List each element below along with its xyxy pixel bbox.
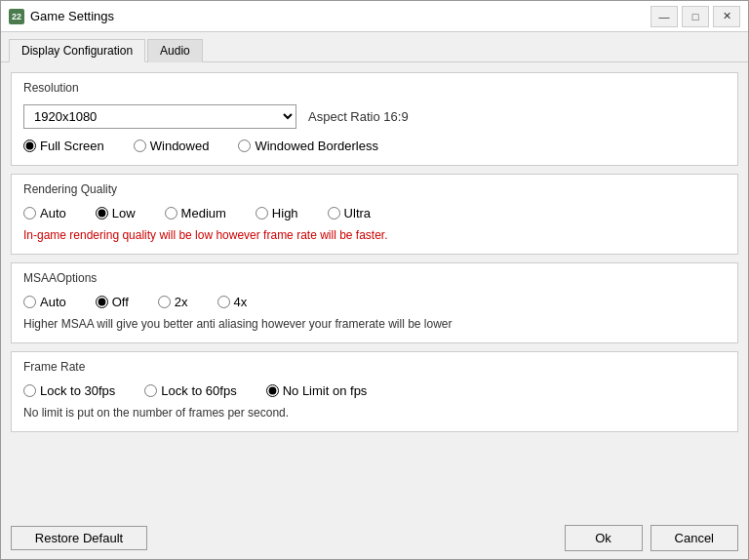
rq-low-radio[interactable] bbox=[96, 207, 108, 220]
resolution-section: Resolution 1920x1080 1280x720 1600x900 2… bbox=[11, 72, 738, 166]
content-area: Resolution 1920x1080 1280x720 1600x900 2… bbox=[1, 62, 748, 517]
bottom-bar: Restore Default Ok Cancel bbox=[1, 517, 748, 559]
frame-rate-row: Lock to 30fps Lock to 60fps No Limit on … bbox=[23, 383, 726, 398]
rq-medium-label: Medium bbox=[181, 206, 226, 220]
cancel-button[interactable]: Cancel bbox=[650, 525, 738, 551]
frame-rate-title: Frame Rate bbox=[23, 360, 726, 374]
rq-high-radio[interactable] bbox=[256, 207, 268, 220]
rendering-quality-section: Rendering Quality Auto Low Medium High bbox=[11, 174, 738, 255]
fr-nolimit-label: No Limit on fps bbox=[283, 383, 368, 398]
msaa-4x-option[interactable]: 4x bbox=[217, 295, 248, 309]
frame-rate-section: Frame Rate Lock to 30fps Lock to 60fps N… bbox=[11, 351, 738, 432]
windowed-radio[interactable] bbox=[134, 140, 146, 152]
aspect-ratio-label: Aspect Ratio 16:9 bbox=[308, 109, 409, 124]
tab-display[interactable]: Display Configuration bbox=[9, 39, 145, 62]
windowed-borderless-label: Windowed Borderless bbox=[255, 139, 377, 153]
fr-lock30-label: Lock to 30fps bbox=[40, 383, 115, 398]
rq-high-option[interactable]: High bbox=[256, 206, 298, 220]
msaa-off-option[interactable]: Off bbox=[96, 295, 129, 309]
rq-medium-radio[interactable] bbox=[165, 207, 177, 220]
msaa-auto-label: Auto bbox=[40, 295, 66, 309]
window-controls: — □ ✕ bbox=[650, 6, 740, 27]
display-mode-row: Full Screen Windowed Windowed Borderless bbox=[23, 139, 726, 153]
fullscreen-radio[interactable] bbox=[23, 140, 36, 152]
tab-audio[interactable]: Audio bbox=[147, 39, 203, 62]
windowed-borderless-option[interactable]: Windowed Borderless bbox=[238, 139, 377, 153]
msaa-4x-label: 4x bbox=[234, 295, 248, 309]
resolution-title: Resolution bbox=[23, 81, 726, 95]
windowed-borderless-radio[interactable] bbox=[238, 140, 251, 152]
restore-default-button[interactable]: Restore Default bbox=[11, 526, 147, 550]
rendering-quality-title: Rendering Quality bbox=[23, 182, 726, 196]
resolution-select[interactable]: 1920x1080 1280x720 1600x900 2560x1440 bbox=[23, 104, 296, 129]
fr-nolimit-radio[interactable] bbox=[266, 384, 279, 397]
close-button[interactable]: ✕ bbox=[713, 6, 740, 27]
msaa-auto-option[interactable]: Auto bbox=[23, 295, 66, 309]
msaa-section: MSAAOptions Auto Off 2x 4x bbox=[11, 262, 738, 343]
fr-lock30-option[interactable]: Lock to 30fps bbox=[23, 383, 115, 398]
msaa-row: Auto Off 2x 4x bbox=[23, 295, 726, 309]
rq-low-option[interactable]: Low bbox=[96, 206, 136, 220]
rq-auto-option[interactable]: Auto bbox=[23, 206, 66, 220]
msaa-hint: Higher MSAA will give you better anti al… bbox=[23, 317, 726, 331]
rq-auto-radio[interactable] bbox=[23, 207, 36, 220]
msaa-2x-radio[interactable] bbox=[158, 296, 171, 308]
msaa-2x-option[interactable]: 2x bbox=[158, 295, 188, 309]
tabs-bar: Display Configuration Audio bbox=[1, 32, 748, 62]
rq-high-label: High bbox=[272, 206, 298, 220]
msaa-off-radio[interactable] bbox=[96, 296, 108, 308]
windowed-label: Windowed bbox=[150, 139, 210, 153]
rq-ultra-label: Ultra bbox=[344, 206, 371, 220]
rendering-quality-hint: In-game rendering quality will be low ho… bbox=[23, 228, 726, 242]
window-title: Game Settings bbox=[30, 9, 650, 23]
msaa-title: MSAAOptions bbox=[23, 271, 726, 285]
fr-lock60-option[interactable]: Lock to 60fps bbox=[144, 383, 236, 398]
title-bar: 22 Game Settings — □ ✕ bbox=[1, 1, 748, 32]
fr-nolimit-option[interactable]: No Limit on fps bbox=[266, 383, 368, 398]
fr-lock30-radio[interactable] bbox=[23, 384, 36, 397]
action-buttons: Ok Cancel bbox=[565, 525, 738, 551]
ok-button[interactable]: Ok bbox=[565, 525, 643, 551]
rq-medium-option[interactable]: Medium bbox=[165, 206, 226, 220]
fullscreen-option[interactable]: Full Screen bbox=[23, 139, 104, 153]
rendering-quality-row: Auto Low Medium High Ultra bbox=[23, 206, 726, 220]
msaa-off-label: Off bbox=[112, 295, 129, 309]
frame-rate-hint: No limit is put on the number of frames … bbox=[23, 406, 726, 420]
rq-ultra-radio[interactable] bbox=[328, 207, 340, 220]
rq-low-label: Low bbox=[112, 206, 136, 220]
main-window: 22 Game Settings — □ ✕ Display Configura… bbox=[0, 0, 749, 560]
msaa-2x-label: 2x bbox=[175, 295, 188, 309]
app-icon: 22 bbox=[9, 9, 24, 24]
rq-auto-label: Auto bbox=[40, 206, 66, 220]
msaa-4x-radio[interactable] bbox=[217, 296, 230, 308]
rq-ultra-option[interactable]: Ultra bbox=[328, 206, 371, 220]
fr-lock60-radio[interactable] bbox=[144, 384, 157, 397]
maximize-button[interactable]: □ bbox=[682, 6, 709, 27]
fr-lock60-label: Lock to 60fps bbox=[161, 383, 236, 398]
resolution-row: 1920x1080 1280x720 1600x900 2560x1440 As… bbox=[23, 104, 726, 129]
minimize-button[interactable]: — bbox=[650, 6, 678, 27]
msaa-auto-radio[interactable] bbox=[23, 296, 36, 308]
windowed-option[interactable]: Windowed bbox=[134, 139, 210, 153]
fullscreen-label: Full Screen bbox=[40, 139, 104, 153]
